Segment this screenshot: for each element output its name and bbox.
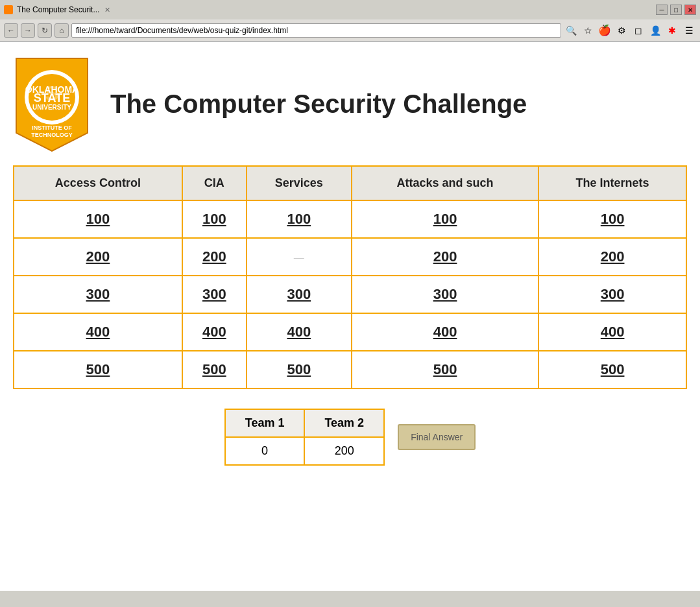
address-bar[interactable] (71, 23, 561, 38)
link-400-attacks[interactable]: 400 (433, 324, 457, 340)
cell-300-access-control[interactable]: 300 (14, 276, 182, 313)
link-300-attacks[interactable]: 300 (433, 286, 457, 302)
tab-close-x[interactable]: ✕ (104, 6, 110, 14)
game-row: 300300300300300 (14, 276, 686, 313)
score-table: Team 1 Team 2 0 200 (224, 409, 385, 466)
maximize-button[interactable]: □ (670, 5, 682, 15)
cell-400-attacks[interactable]: 400 (352, 313, 538, 351)
link-300-internets[interactable]: 300 (601, 286, 625, 302)
link-100-services[interactable]: 100 (287, 211, 311, 227)
svg-text:TECHNOLOGY: TECHNOLOGY (31, 132, 73, 138)
browser-chrome: The Computer Securit... ✕ ─ □ ✕ ← → ↻ ⌂ … (0, 0, 700, 42)
link-100-internets[interactable]: 100 (601, 211, 625, 227)
cell-200-services[interactable]: — (247, 238, 352, 276)
cell-200-attacks[interactable]: 200 (352, 238, 538, 276)
category-header-services: Services (247, 166, 352, 200)
link-300-cia[interactable]: 300 (202, 286, 226, 302)
category-header-attacks: Attacks and such (352, 166, 538, 200)
link-400-cia[interactable]: 400 (202, 324, 226, 340)
link-500-internets[interactable]: 500 (601, 361, 625, 377)
cell-100-access-control[interactable]: 100 (14, 200, 182, 238)
forward-button[interactable]: → (21, 23, 35, 38)
cell-400-cia[interactable]: 400 (182, 313, 247, 351)
team1-header: Team 1 (225, 409, 305, 437)
home-button[interactable]: ⌂ (54, 23, 69, 38)
menu-icon[interactable]: ☰ (682, 23, 696, 38)
cell-400-internets[interactable]: 400 (538, 313, 686, 351)
team2-score: 200 (304, 437, 384, 465)
link-200-cia[interactable]: 200 (202, 248, 226, 265)
game-row: 400400400400400 (14, 313, 686, 351)
link-400-access-control[interactable]: 400 (86, 324, 110, 340)
link-400-services[interactable]: 400 (287, 324, 311, 340)
cell-100-cia[interactable]: 100 (182, 200, 247, 238)
score-section: Team 1 Team 2 0 200 Final Answer (13, 409, 687, 466)
cell-500-cia[interactable]: 500 (182, 351, 247, 388)
back-button[interactable]: ← (4, 23, 18, 38)
link-100-access-control[interactable]: 100 (86, 211, 110, 227)
cell-500-attacks[interactable]: 500 (352, 351, 538, 388)
svg-text:S: S (45, 82, 58, 105)
cell-100-services[interactable]: 100 (247, 200, 352, 238)
link-400-internets[interactable]: 400 (601, 324, 625, 340)
logo-container: OKLAHOMA STATE UNIVERSITY INSTITUTE OF T… (13, 55, 91, 152)
game-row: 200200—200200 (14, 238, 686, 276)
link-200-access-control[interactable]: 200 (86, 248, 110, 265)
category-header-access-control: Access Control (14, 166, 182, 200)
window-controls: ─ □ ✕ (656, 5, 696, 15)
cell-300-services[interactable]: 300 (247, 276, 352, 313)
link-500-cia[interactable]: 500 (202, 361, 226, 377)
link-300-services[interactable]: 300 (287, 286, 311, 302)
search-icon[interactable]: 🔍 (564, 23, 578, 38)
link-300-access-control[interactable]: 300 (86, 286, 110, 302)
refresh-button[interactable]: ↻ (38, 23, 52, 38)
game-row: 500500500500500 (14, 351, 686, 388)
nav-icons: 🔍 ☆ 🍎 ⚙ ◻ 👤 ✱ ☰ (564, 23, 696, 38)
cell-500-internets[interactable]: 500 (538, 351, 686, 388)
extension-icon-2[interactable]: ◻ (631, 23, 646, 38)
link-500-services[interactable]: 500 (287, 361, 311, 377)
final-answer-button[interactable]: Final Answer (398, 424, 476, 450)
link-100-attacks[interactable]: 100 (433, 211, 457, 227)
page-content: OKLAHOMA STATE UNIVERSITY INSTITUTE OF T… (0, 42, 700, 591)
header: OKLAHOMA STATE UNIVERSITY INSTITUTE OF T… (13, 55, 687, 152)
category-header-cia: CIA (182, 166, 247, 200)
tab-favicon (4, 5, 13, 14)
cell-300-attacks[interactable]: 300 (352, 276, 538, 313)
cell-300-internets[interactable]: 300 (538, 276, 686, 313)
team2-header: Team 2 (304, 409, 384, 437)
close-button[interactable]: ✕ (684, 5, 696, 15)
game-table: Access ControlCIAServicesAttacks and suc… (13, 165, 687, 389)
extension-icon-3[interactable]: ✱ (665, 23, 679, 38)
svg-text:INSTITUTE OF: INSTITUTE OF (32, 125, 72, 131)
profile-icon[interactable]: 👤 (648, 23, 662, 38)
link-200-attacks[interactable]: 200 (433, 248, 457, 265)
category-header-internets: The Internets (538, 166, 686, 200)
cell-200-access-control[interactable]: 200 (14, 238, 182, 276)
page-title: The Computer Security Challenge (110, 89, 527, 118)
tab-title: The Computer Securit... (17, 5, 99, 14)
link-500-attacks[interactable]: 500 (433, 361, 457, 377)
link-500-access-control[interactable]: 500 (86, 361, 110, 377)
cell-400-services[interactable]: 400 (247, 313, 352, 351)
cell-300-cia[interactable]: 300 (182, 276, 247, 313)
cell-500-services[interactable]: 500 (247, 351, 352, 388)
bookmark-icon[interactable]: ☆ (581, 23, 595, 38)
settings-icon[interactable]: ⚙ (614, 23, 629, 38)
game-row: 100100100100100 (14, 200, 686, 238)
cell-200-cia[interactable]: 200 (182, 238, 247, 276)
cell-100-internets[interactable]: 100 (538, 200, 686, 238)
osu-logo: OKLAHOMA STATE UNIVERSITY INSTITUTE OF T… (13, 55, 91, 152)
link-100-cia[interactable]: 100 (202, 211, 226, 227)
category-header-row: Access ControlCIAServicesAttacks and suc… (14, 166, 686, 200)
minimize-button[interactable]: ─ (656, 5, 668, 15)
nav-bar: ← → ↻ ⌂ 🔍 ☆ 🍎 ⚙ ◻ 👤 ✱ ☰ (0, 19, 700, 42)
cell-200-internets[interactable]: 200 (538, 238, 686, 276)
team1-score: 0 (225, 437, 305, 465)
link-200-internets[interactable]: 200 (601, 248, 625, 265)
title-bar: The Computer Securit... ✕ ─ □ ✕ (0, 0, 700, 19)
extension-icon-1[interactable]: 🍎 (597, 23, 612, 38)
cell-400-access-control[interactable]: 400 (14, 313, 182, 351)
cell-500-access-control[interactable]: 500 (14, 351, 182, 388)
cell-100-attacks[interactable]: 100 (352, 200, 538, 238)
